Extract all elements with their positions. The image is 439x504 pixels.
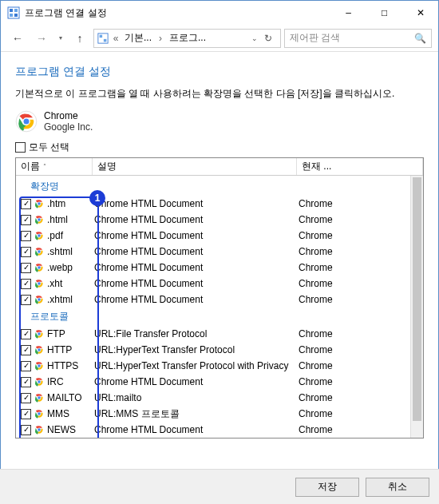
chrome-icon [34,408,45,419]
window-title: 프로그램 연결 설정 [25,6,330,20]
titlebar: 프로그램 연결 설정 – □ ✕ [1,1,438,25]
chrome-icon [34,246,45,257]
save-button[interactable]: 저장 [295,478,359,497]
row-checkbox[interactable]: ✓ [21,361,31,371]
row-checkbox[interactable]: ✓ [21,231,31,241]
list-item[interactable]: ✓IRCChrome HTML DocumentChrome [18,374,423,390]
list-item[interactable]: ✓HTTPSURL:HyperText Transfer Protocol wi… [18,358,423,374]
select-all-row[interactable]: 모두 선택 [15,141,424,154]
list-item[interactable]: ✓.xhtmlChrome HTML DocumentChrome [18,292,423,308]
program-meta: Chrome Google Inc. [44,110,93,133]
chrome-icon [15,110,38,133]
list-item[interactable]: ✓FTPURL:File Transfer ProtocolChrome [18,326,423,342]
list-item[interactable]: ✓.shtmlChrome HTML DocumentChrome [18,244,423,260]
row-checkbox[interactable]: ✓ [21,263,31,273]
chrome-icon [34,344,45,355]
row-current: Chrome [299,214,423,225]
list-item[interactable]: ✓.htmlChrome HTML DocumentChrome [18,212,423,228]
save-button-label: 저장 [318,480,337,494]
row-desc: Chrome HTML Document [94,294,299,305]
row-desc: Chrome HTML Document [94,198,299,209]
row-desc: Chrome HTML Document [94,262,299,273]
up-button[interactable]: ↑ [69,28,90,49]
row-desc: URL:File Transfer Protocol [94,328,299,339]
list-item[interactable]: ✓.webpChrome HTML DocumentChrome [18,260,423,276]
breadcrumb-dropdown[interactable]: ⌄ [251,34,258,42]
list-item[interactable]: ✓MAILTOURL:mailtoChrome [18,390,423,406]
maximize-glyph: □ [382,7,387,18]
row-current: Chrome [299,344,423,355]
list-item[interactable]: ✓.htmChrome HTML DocumentChrome [18,196,423,212]
scrollbar-thumb[interactable] [413,177,421,421]
row-name: .html [47,214,68,225]
chrome-icon [34,262,45,273]
refresh-button[interactable]: ↻ [259,30,277,47]
listview-body: 1 확장명✓.htmChrome HTML DocumentChrome✓.ht… [16,176,423,438]
row-current: Chrome [299,328,423,339]
row-name: .shtml [47,246,73,257]
row-checkbox[interactable]: ✓ [21,345,31,355]
row-name: .webp [47,262,73,273]
content-area: 프로그램 연결 설정 기본적으로 이 프로그램을 열 때 사용하려는 확장명을 … [1,52,438,445]
cancel-button[interactable]: 취소 [366,478,429,497]
chrome-icon [34,198,45,209]
row-current: Chrome [299,262,423,273]
list-item[interactable]: ✓NEWSChrome HTML DocumentChrome [18,422,423,438]
breadcrumb-item[interactable]: 프로그... [168,31,208,45]
navigation-toolbar: ← → ▾ ↑ « 기본... › 프로그... ⌄ ↻ 제어판 검색 🔍 [1,25,438,52]
row-checkbox[interactable]: ✓ [21,393,31,403]
column-header-desc[interactable]: 설명 [93,158,297,175]
control-panel-icon [97,33,109,44]
row-current: Chrome [299,230,423,241]
chrome-icon [34,392,45,403]
row-name: NEWS [47,424,76,435]
program-name: Chrome [44,110,93,121]
list-item[interactable]: ✓.pdfChrome HTML DocumentChrome [18,228,423,244]
search-input[interactable]: 제어판 검색 🔍 [284,29,432,48]
breadcrumb-item[interactable]: 기본... [123,31,153,45]
row-current: Chrome [299,246,423,257]
row-current: Chrome [299,376,423,387]
row-desc: Chrome HTML Document [94,376,299,387]
back-button[interactable]: ← [7,28,28,49]
association-listview: 이름 ˄ 설명 현재 ... 1 확장명✓.htmChrome HTML Doc… [15,157,424,439]
row-checkbox[interactable]: ✓ [21,425,31,435]
row-checkbox[interactable]: ✓ [21,295,31,305]
row-checkbox[interactable]: ✓ [21,247,31,257]
search-icon: 🔍 [414,33,426,44]
row-checkbox[interactable]: ✓ [21,377,31,387]
listview-header: 이름 ˄ 설명 현재 ... [16,158,423,176]
sort-indicator-icon: ˄ [43,163,46,170]
row-checkbox[interactable]: ✓ [21,409,31,419]
scrollbar[interactable] [410,176,423,438]
forward-button[interactable]: → [31,28,52,49]
breadcrumb-sep: › [156,33,164,44]
row-desc: URL:mailto [94,392,299,403]
chrome-icon [34,278,45,289]
minimize-button[interactable]: – [330,1,366,25]
maximize-button[interactable]: □ [366,1,402,25]
history-dropdown[interactable]: ▾ [55,34,66,42]
close-button[interactable]: ✕ [402,1,438,25]
column-header-name[interactable]: 이름 ˄ [16,158,93,175]
list-item[interactable]: ✓MMSURL:MMS 프로토콜Chrome [18,406,423,422]
select-all-checkbox[interactable] [15,142,26,153]
chrome-icon [34,424,45,435]
address-bar[interactable]: « 기본... › 프로그... ⌄ ↻ [93,29,281,48]
column-header-desc-label: 설명 [97,160,117,173]
breadcrumb-sep: « [112,33,120,44]
row-checkbox[interactable]: ✓ [21,279,31,289]
chrome-icon [34,376,45,387]
row-checkbox[interactable]: ✓ [21,329,31,339]
row-desc: Chrome HTML Document [94,246,299,257]
row-checkbox[interactable]: ✓ [21,199,31,209]
column-header-current[interactable]: 현재 ... [297,158,423,175]
row-name: MMS [47,408,69,419]
list-item[interactable]: ✓HTTPURL:HyperText Transfer ProtocolChro… [18,342,423,358]
page-subtext: 기본적으로 이 프로그램을 열 때 사용하려는 확장명을 선택한 다음 [저장]… [15,87,424,101]
row-desc: URL:HyperText Transfer Protocol [94,344,299,355]
row-checkbox[interactable]: ✓ [21,215,31,225]
window-controls: – □ ✕ [330,1,438,25]
program-vendor: Google Inc. [44,121,93,133]
list-item[interactable]: ✓.xhtChrome HTML DocumentChrome [18,276,423,292]
